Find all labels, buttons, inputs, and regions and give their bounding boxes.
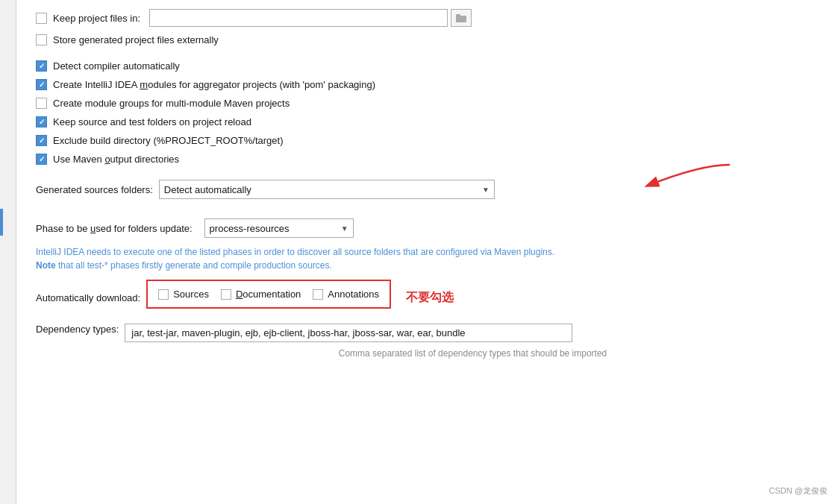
create-groups-row: Create module groups for multi-module Ma… [36,98,820,109]
browse-button[interactable] [451,9,472,27]
dependency-types-label: Dependency types: [36,324,119,335]
create-modules-checkbox[interactable] [36,79,47,90]
documentation-checkbox-item: Documentation [221,289,301,300]
exclude-build-label: Exclude build directory (%PROJECT_ROOT%/… [53,135,283,146]
use-maven-output-label: Use Maven output directories [53,154,179,165]
auto-download-section: Sources Documentation Annotations [146,280,391,309]
info-note-bold: Note [36,260,56,271]
detect-compiler-label: Detect compiler automatically [53,60,180,72]
generated-sources-row: Generated sources folders: Detect automa… [36,180,820,199]
create-groups-checkbox[interactable] [36,98,47,109]
create-groups-label: Create module groups for multi-module Ma… [53,98,290,109]
store-generated-label: Store generated project files externally [53,34,219,45]
left-sidebar [0,0,16,504]
generated-sources-label: Generated sources folders: [36,184,153,195]
phase-dropdown-arrow-icon: ▼ [341,224,348,233]
keep-project-files-input[interactable] [149,9,448,27]
dependency-types-value[interactable]: jar, test-jar, maven-plugin, ejb, ejb-cl… [125,324,572,342]
info-line1: IntelliJ IDEA needs to execute one of th… [36,247,554,257]
folder-icon [456,13,466,22]
annotations-checkbox-item: Annotations [313,289,379,300]
red-annotation-text: 不要勾选 [406,290,454,306]
store-generated-row: Store generated project files externally [36,34,820,45]
create-modules-row: Create IntelliJ IDEA modules for aggrega… [36,79,820,90]
dependency-types-hint: Comma separated list of dependency types… [125,348,820,359]
info-note-rest: that all test-* phases firstly generate … [56,260,332,271]
keep-source-checkbox[interactable] [36,116,47,127]
svg-rect-0 [456,16,466,22]
sources-checkbox-item: Sources [158,289,209,300]
keep-source-label: Keep source and test folders on project … [53,116,251,127]
auto-download-area: Automatically download: Sources Document… [36,280,820,316]
phase-label: Phase to be used for folders update: [36,223,193,234]
svg-rect-1 [456,14,460,16]
store-generated-checkbox[interactable] [36,34,47,45]
documentation-label: Documentation [236,289,301,300]
phase-value: process-resources [210,223,290,234]
generated-sources-dropdown[interactable]: Detect automatically ▼ [159,180,495,199]
sources-checkbox[interactable] [158,289,169,300]
documentation-checkbox[interactable] [221,289,231,300]
create-modules-label: Create IntelliJ IDEA modules for aggrega… [53,79,375,90]
annotations-checkbox[interactable] [313,289,323,300]
keep-project-files-label: Keep project files in: [53,13,140,24]
sources-label: Sources [173,289,209,300]
phase-dropdown[interactable]: process-resources ▼ [204,218,354,238]
info-text-block: IntelliJ IDEA needs to execute one of th… [36,245,707,272]
keep-project-files-checkbox[interactable] [36,13,47,24]
active-indicator [0,209,3,236]
generated-sources-value: Detect automatically [164,184,251,195]
dropdown-arrow-icon: ▼ [482,186,490,194]
auto-download-row-label: Automatically download: [36,292,140,303]
detect-compiler-row: Detect compiler automatically [36,60,820,72]
use-maven-output-row: Use Maven output directories [36,154,820,165]
phase-row: Phase to be used for folders update: pro… [36,218,820,238]
keep-project-files-row: Keep project files in: [36,9,820,27]
dependency-types-row: Dependency types: jar, test-jar, maven-p… [36,324,820,342]
exclude-build-row: Exclude build directory (%PROJECT_ROOT%/… [36,135,820,146]
use-maven-output-checkbox[interactable] [36,154,47,165]
keep-source-row: Keep source and test folders on project … [36,116,820,127]
exclude-build-checkbox[interactable] [36,135,47,146]
detect-compiler-checkbox[interactable] [36,60,47,72]
annotations-label: Annotations [328,289,379,300]
csdn-watermark: CSDN @龙俊俊 [769,485,828,497]
